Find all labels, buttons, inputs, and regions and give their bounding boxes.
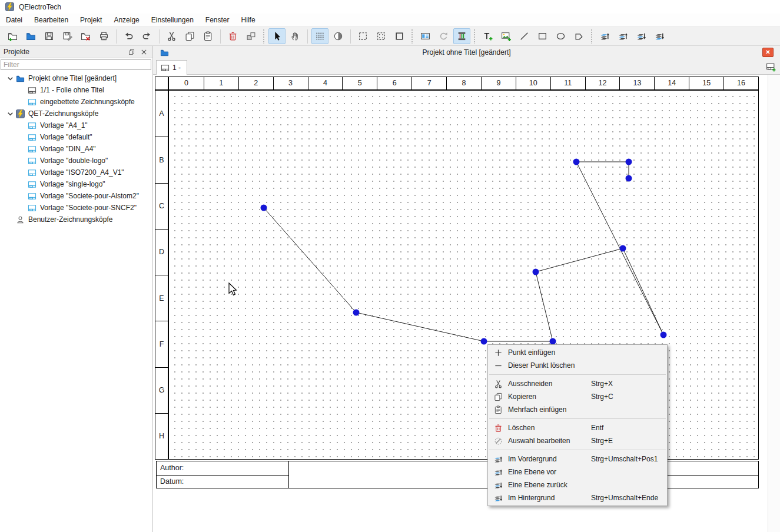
drawing-grid[interactable] (168, 90, 759, 460)
context-menu-item-dieser-punkt-l-schen[interactable]: Dieser Punkt löschen (488, 359, 667, 372)
toolbar-separator (116, 29, 117, 44)
filter-input[interactable] (1, 59, 151, 70)
cut-button[interactable] (163, 28, 180, 44)
float-panel-button[interactable] (125, 47, 138, 57)
tree-item-label: Benutzer-Zeichnungsköpfe (28, 215, 112, 224)
context-menu-item-punkt-einf-gen[interactable]: Punkt einfügen (488, 346, 667, 359)
tree-item-vorlage-din-a4[interactable]: Vorlage "DIN_A4" (0, 143, 152, 155)
menu-anzeige[interactable]: Anzeige (108, 14, 145, 26)
new-project-button[interactable] (4, 28, 21, 44)
lower-button[interactable] (633, 28, 650, 44)
print-button[interactable] (95, 28, 112, 44)
move-copy-button[interactable] (243, 28, 260, 44)
bring-to-front-button[interactable] (596, 28, 613, 44)
background-color-button[interactable] (330, 28, 347, 44)
add-image-button[interactable] (497, 28, 515, 44)
tree-item-vorlage-iso7200-a4-v1[interactable]: Vorlage "ISO7200_A4_V1" (0, 167, 152, 178)
chevron-down-icon[interactable] (5, 109, 15, 118)
lightning-icon (15, 109, 25, 118)
projects-tree: Projekt ohne Titel [geändert]1/1 - Folie… (0, 71, 152, 225)
tree-item-vorlage-single-logo[interactable]: Vorlage "single-logo" (0, 178, 152, 190)
send-to-back-button[interactable] (651, 28, 668, 44)
sheet-tab-label: 1 - (172, 64, 181, 72)
rotate-button[interactable] (435, 28, 452, 44)
toolbar-separator (307, 29, 308, 44)
chevron-slot (16, 85, 27, 95)
tree-item-vorlage-societe-pour-alstom2[interactable]: Vorlage "Societe-pour-Alstom2" (0, 190, 152, 202)
save-as-button[interactable] (59, 28, 76, 44)
delete-button[interactable] (224, 28, 241, 44)
selection-mode-button[interactable] (268, 28, 286, 44)
add-rectangle-button[interactable] (534, 28, 551, 44)
context-menu-item-kopieren[interactable]: KopierenStrg+C (488, 390, 667, 403)
context-menu-separator (489, 374, 666, 375)
context-menu-separator (489, 418, 666, 419)
titleblock-author-cell: Author: Datum: (156, 461, 289, 488)
add-ellipse-button[interactable] (552, 28, 569, 44)
toolbar-handle[interactable] (263, 29, 265, 44)
tree-item-1-1-folie-ohne-titel[interactable]: 1/1 - Folie ohne Titel (0, 84, 152, 96)
context-menu-item-shortcut: Strg+Umschalt+Ende (591, 494, 667, 502)
menu-bearbeiten[interactable]: Bearbeiten (28, 14, 74, 26)
tree-item-label: eingebettete Zeichnungsköpfe (40, 98, 135, 106)
context-menu-item-im-hintergrund[interactable]: Im HintergrundStrg+Umschalt+Ende (488, 491, 667, 504)
toolbar-handle[interactable] (411, 29, 414, 44)
select-contents-button[interactable] (373, 28, 390, 44)
undo-button[interactable] (120, 28, 137, 44)
sheet-icon (161, 64, 170, 72)
toolbar-handle[interactable] (590, 29, 593, 44)
sheet-tab-1[interactable]: 1 - (156, 60, 187, 75)
diagram-view[interactable]: 012345678910111213141516 ABCDEFGH Author… (153, 75, 780, 532)
tree-item-eingebettete-zeichnungsk-pfe[interactable]: eingebettete Zeichnungsköpfe (0, 96, 152, 108)
column-header-6: 6 (377, 77, 411, 89)
menu-einstellungen[interactable]: Einstellungen (145, 14, 200, 26)
add-line-button[interactable] (516, 28, 533, 44)
context-menu-item-eine-ebene-vor[interactable]: Eine Ebene vor (488, 466, 667, 478)
select-border-button[interactable] (391, 28, 408, 44)
toolbar-handle[interactable] (473, 29, 476, 44)
context-menu-item-mehrfach-einf-gen[interactable]: Mehrfach einfügen (488, 403, 667, 416)
chevron-down-icon[interactable] (5, 74, 15, 83)
save-button[interactable] (41, 28, 58, 44)
add-sheet-button[interactable] (765, 61, 777, 72)
tree-item-vorlage-default[interactable]: Vorlage "default" (0, 131, 152, 143)
close-project-window-button[interactable]: ✕ (762, 48, 774, 57)
close-panel-button[interactable] (138, 47, 150, 57)
projects-panel-title: Projekte (4, 48, 125, 56)
toggle-grid-button[interactable] (311, 28, 328, 44)
column-header-5: 5 (342, 77, 377, 89)
context-menu-item-l-schen[interactable]: LöschenEntf (488, 421, 667, 434)
pan-mode-button[interactable] (287, 28, 304, 44)
menu-projekt[interactable]: Projekt (74, 14, 108, 26)
tree-item-qet-zeichnungsk-pfe[interactable]: QET-Zeichnungsköpfe (0, 108, 152, 119)
copy-button[interactable] (181, 28, 198, 44)
menu-fenster[interactable]: Fenster (200, 14, 235, 26)
close-project-button[interactable] (77, 28, 94, 44)
sheet-icon (27, 85, 37, 95)
tree-item-label: Vorlage "Societe-pour-Alstom2" (40, 192, 139, 200)
tree-item-benutzer-zeichnungsk-pfe[interactable]: Benutzer-Zeichnungsköpfe (0, 214, 152, 225)
tree-item-projekt-ohne-titel-ge-ndert[interactable]: Projekt ohne Titel [geändert] (0, 72, 152, 84)
context-menu-item-ausschneiden[interactable]: AusschneidenStrg+X (488, 377, 667, 390)
menu-datei[interactable]: Datei (0, 14, 28, 26)
redo-button[interactable] (138, 28, 155, 44)
menu-hilfe[interactable]: Hilfe (235, 14, 261, 26)
context-menu-item-im-vordergrund[interactable]: Im VordergrundStrg+Umschalt+Pos1 (488, 453, 667, 466)
select-rect-button[interactable] (354, 28, 371, 44)
open-project-button[interactable] (22, 28, 39, 44)
raise-button[interactable] (615, 28, 632, 44)
column-header-4: 4 (308, 77, 343, 89)
titleblock-editor-button[interactable] (417, 28, 434, 44)
column-header-14: 14 (654, 77, 689, 89)
tree-item-vorlage-societe-pour-sncf2[interactable]: Vorlage "Societe-pour-SNCF2" (0, 202, 152, 214)
tree-item-vorlage-double-logo[interactable]: Vorlage "double-logo" (0, 155, 152, 167)
paste-button[interactable] (200, 28, 217, 44)
sheet-cyan-icon (27, 179, 37, 189)
add-text-button[interactable] (479, 28, 496, 44)
add-polyline-button[interactable] (570, 28, 588, 44)
tree-item-vorlage-a4-1[interactable]: Vorlage "A4_1" (0, 119, 152, 131)
context-menu-item-eine-ebene-zur-ck[interactable]: Eine Ebene zurück (488, 478, 667, 491)
conductors-button[interactable] (453, 28, 470, 44)
context-menu-item-auswahl-bearbeiten[interactable]: Auswahl bearbeitenStrg+E (488, 434, 667, 447)
vertical-scrollbar[interactable] (768, 75, 780, 532)
